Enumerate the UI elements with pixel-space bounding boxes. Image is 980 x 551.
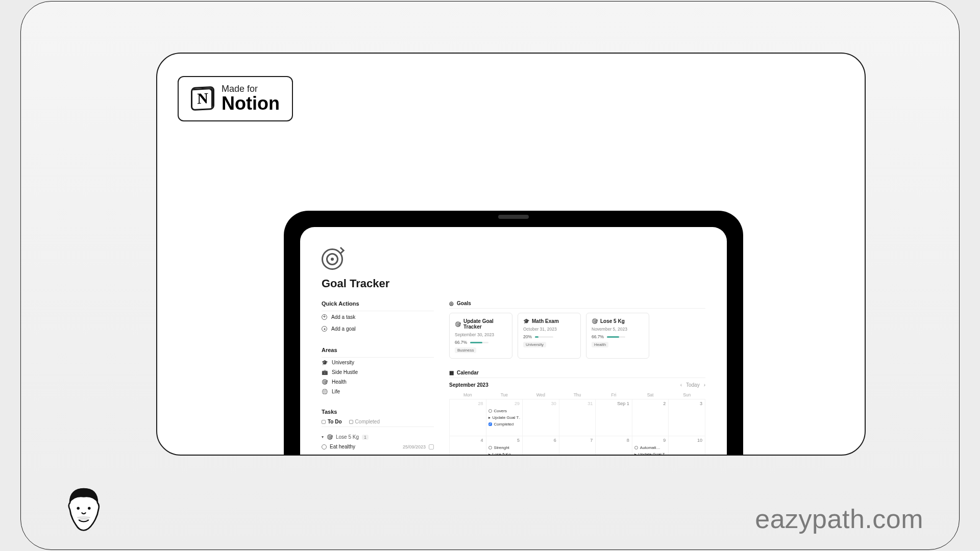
calendar-cell[interactable]: 30: [523, 399, 559, 436]
list-icon: [349, 420, 353, 424]
calendar-dow: Tue: [486, 391, 523, 399]
tablet-frame: Goal Tracker Quick Actions Add a task Ad…: [284, 211, 743, 456]
calendar-day-number: 8: [627, 438, 629, 443]
notion-logo-icon: N: [191, 86, 214, 111]
calendar-day-number: 10: [697, 438, 702, 443]
chevron-down-icon: ▾: [322, 435, 324, 439]
task-row[interactable]: Eat healthy 25/09/2023: [322, 442, 434, 452]
event-status-open-icon: [634, 446, 638, 449]
area-label: Life: [332, 389, 340, 394]
calendar-prev-button[interactable]: ‹: [680, 382, 682, 388]
briefcase-icon: 💼: [322, 369, 328, 375]
sidebar-area-item[interactable]: 🌐Life: [322, 387, 434, 396]
page-title: Goal Tracker: [322, 277, 705, 290]
graduation-cap-icon: 🎓: [523, 318, 529, 324]
calendar-cell[interactable]: 7: [559, 436, 596, 456]
tablet-camera: [498, 215, 529, 219]
goal-tag: University: [523, 342, 546, 347]
add-task-label: Add a task: [331, 314, 355, 320]
notion-screen: Goal Tracker Quick Actions Add a task Ad…: [300, 227, 727, 456]
calendar-event[interactable]: Strenght: [488, 445, 521, 450]
event-label: Update Goal T…: [639, 452, 667, 456]
calendar-event[interactable]: Automati…: [634, 445, 667, 450]
calendar-day-number: Sep 1: [617, 401, 629, 406]
calendar-day-number: 3: [700, 401, 702, 406]
calendar-cell[interactable]: 9Automati…▸Update Goal T…Completed: [632, 436, 669, 456]
calendar-cell[interactable]: 10: [669, 436, 705, 456]
calendar-event[interactable]: Completed: [488, 421, 521, 427]
calendar-day-number: 7: [590, 438, 593, 443]
calendar-cell[interactable]: 8: [596, 436, 632, 456]
calendar-event[interactable]: ▸Lose 5 Kg: [488, 452, 521, 456]
goal-date: November 5, 2023: [592, 327, 644, 332]
goal-percent: 66.7%: [592, 334, 604, 339]
task-tabs: To Do Completed: [322, 419, 434, 427]
goals-view-label: Goals: [457, 300, 471, 306]
target-icon: [322, 326, 327, 332]
calendar-cell[interactable]: 5Strenght▸Lose 5 KgCompleted: [486, 436, 523, 456]
calendar-day-number: 4: [481, 438, 483, 443]
calendar-event[interactable]: ▸Update Goal T…: [488, 415, 521, 420]
target-icon: 🎯: [455, 321, 461, 327]
calendar-cell[interactable]: 31: [559, 399, 596, 436]
task-checkbox[interactable]: [429, 444, 434, 449]
tasks-header: Tasks: [322, 409, 434, 415]
goal-date: October 31, 2023: [523, 327, 575, 332]
calendar-event[interactable]: Covers: [488, 408, 521, 414]
calendar-day-number: 5: [517, 438, 520, 443]
add-task-button[interactable]: Add a task: [322, 311, 434, 323]
calendar-cell[interactable]: 2: [632, 399, 669, 436]
calendar-cell[interactable]: 3: [669, 399, 705, 436]
calendar-event[interactable]: ▸Update Goal T…: [634, 452, 667, 456]
goal-card[interactable]: 🎯Update Goal Tracker September 30, 2023 …: [449, 313, 512, 359]
tab-todo[interactable]: To Do: [322, 419, 342, 424]
list-icon: [322, 420, 326, 424]
promo-frame: N Made for Notion Goal Tracker Quick Act…: [20, 1, 960, 550]
goal-tag: Business: [455, 347, 476, 353]
globe-icon: 🌐: [322, 389, 328, 394]
goals-view-tab[interactable]: ◎ Goals: [449, 300, 705, 309]
calendar-cell[interactable]: Sep 1: [596, 399, 632, 436]
calendar-grid: MonTueWedThuFriSatSun 2829Covers▸Update …: [449, 391, 705, 456]
target-icon: 🎯: [322, 379, 328, 385]
event-checkbox-done-icon: [488, 422, 492, 426]
sidebar-area-item[interactable]: 🎓University: [322, 358, 434, 367]
area-label: University: [332, 360, 354, 365]
goal-card[interactable]: 🎓Math Exam October 31, 2023 20% Universi…: [518, 313, 581, 359]
goal-card[interactable]: 🎯Lose 5 Kg November 5, 2023 66.7% Health: [586, 313, 649, 359]
add-goal-button[interactable]: Add a goal: [322, 323, 434, 335]
brand-url: eazypath.com: [755, 504, 923, 534]
event-label: Update Goal T…: [493, 415, 521, 420]
calendar-view-tab[interactable]: ▦ Calendar: [449, 370, 705, 378]
event-status-open-icon: [488, 446, 492, 449]
graduation-cap-icon: 🎓: [322, 360, 328, 365]
sidebar-area-item[interactable]: 💼Side Hustle: [322, 367, 434, 377]
author-avatar: [61, 484, 107, 535]
calendar-month: September 2023: [449, 382, 488, 388]
tab-completed-label: Completed: [355, 419, 380, 424]
calendar-cell[interactable]: 28: [450, 399, 486, 436]
calendar-cell[interactable]: 6: [523, 436, 559, 456]
plus-circle-icon: [322, 314, 327, 320]
goal-title: Lose 5 Kg: [600, 318, 625, 324]
calendar-cell[interactable]: 4: [450, 436, 486, 456]
svg-point-1: [88, 507, 90, 510]
event-label: Lose 5 Kg: [493, 452, 511, 456]
calendar-today-button[interactable]: Today: [686, 382, 700, 388]
page-icon-target: [322, 248, 343, 270]
goal-percent: 20%: [523, 334, 532, 339]
task-status-radio[interactable]: [322, 444, 327, 449]
goal-percent: 66.7%: [455, 340, 467, 345]
task-group-toggle[interactable]: ▾ 🎯 Lose 5 Kg 1: [322, 432, 434, 442]
main-area: ◎ Goals 🎯Update Goal Tracker September 3…: [449, 300, 705, 456]
target-icon: 🎯: [592, 318, 598, 324]
calendar-next-button[interactable]: ›: [704, 382, 705, 388]
calendar-day-number: 30: [551, 401, 556, 406]
calendar-cell[interactable]: 29Covers▸Update Goal T…Completed: [486, 399, 523, 436]
event-sub-icon: ▸: [488, 415, 491, 420]
tab-todo-label: To Do: [328, 419, 342, 424]
calendar-dow: Thu: [559, 391, 596, 399]
tab-completed[interactable]: Completed: [349, 419, 380, 424]
calendar-day-number: 9: [663, 438, 666, 443]
sidebar-area-item[interactable]: 🎯Health: [322, 377, 434, 387]
